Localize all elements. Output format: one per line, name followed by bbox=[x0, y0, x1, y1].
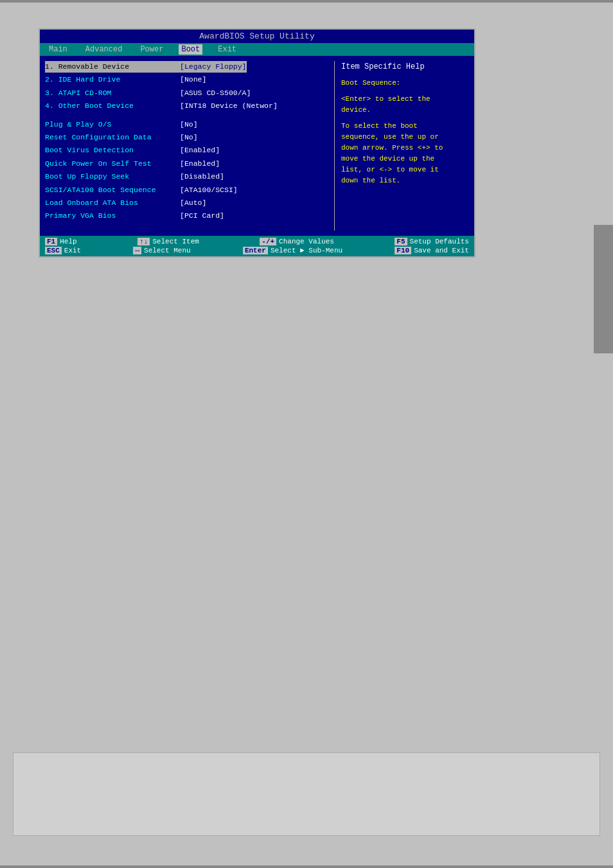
row-label: Quick Power On Self Test bbox=[45, 158, 180, 170]
nav-boot[interactable]: Boot bbox=[179, 44, 202, 55]
key-enter: Enter bbox=[243, 247, 268, 254]
key-esc: ESC bbox=[45, 247, 62, 254]
row-value: [ATA100/SCSI] bbox=[180, 184, 238, 196]
table-row[interactable]: Primary VGA Bios [PCI Card] bbox=[45, 210, 329, 222]
help-line: down arrow. Press <+> to bbox=[341, 143, 469, 154]
desc-select-submenu: Select ► Sub-Menu bbox=[271, 247, 342, 254]
table-row[interactable]: Plug & Play O/S [No] bbox=[45, 119, 329, 130]
table-row[interactable]: 3. ATAPI CD-ROM [ASUS CD-S500/A] bbox=[45, 87, 329, 99]
nav-advanced[interactable]: Advanced bbox=[83, 44, 125, 55]
row-value: [Auto] bbox=[180, 197, 206, 209]
help-line: list, or <-> to move it bbox=[341, 164, 469, 175]
help-title: Item Specific Help bbox=[341, 61, 469, 73]
row-label: SCSI/ATA100 Boot Sequence bbox=[45, 184, 180, 196]
footer-lr-arrow: ↔ Select Menu bbox=[133, 247, 190, 254]
right-sidebar bbox=[594, 225, 613, 353]
row-label: 1. Removable Device bbox=[45, 61, 180, 73]
row-value: [ASUS CD-S500/A] bbox=[180, 87, 251, 99]
footer-esc: ESC Exit bbox=[45, 247, 81, 254]
help-line: sequence, use the up or bbox=[341, 132, 469, 143]
nav-main[interactable]: Main bbox=[46, 44, 70, 55]
bios-title-text: AwardBIOS Setup Utility bbox=[199, 31, 314, 41]
row-label: 2. IDE Hard Drive bbox=[45, 74, 180, 85]
row-value: [Disabled] bbox=[180, 171, 224, 182]
help-line: down the list. bbox=[341, 175, 469, 186]
table-row[interactable]: SCSI/ATA100 Boot Sequence [ATA100/SCSI] bbox=[45, 184, 329, 196]
row-value: [Legacy Floppy] bbox=[180, 61, 247, 73]
bios-help-panel: Item Specific Help Boot Sequence: <Enter… bbox=[334, 61, 469, 231]
table-row[interactable]: Boot Virus Detection [Enabled] bbox=[45, 145, 329, 156]
row-value: [Enabled] bbox=[180, 158, 220, 170]
footer-plusminus: -/+ Change Values bbox=[260, 238, 334, 245]
footer-row-1: F1 Help ↑↓ Select Item -/+ Change Values… bbox=[45, 238, 469, 245]
table-row[interactable]: 2. IDE Hard Drive [None] bbox=[45, 74, 329, 85]
row-value: [No] bbox=[180, 132, 198, 143]
key-lr-arrow: ↔ bbox=[133, 247, 141, 254]
row-value: [None] bbox=[180, 74, 206, 85]
help-line bbox=[341, 116, 469, 121]
help-line bbox=[341, 89, 469, 94]
key-updown: ↑↓ bbox=[138, 238, 150, 245]
bios-main-panel: 1. Removable Device [Legacy Floppy] 2. I… bbox=[45, 61, 334, 231]
key-f5: F5 bbox=[395, 238, 407, 245]
nav-exit[interactable]: Exit bbox=[215, 44, 239, 55]
desc-save-exit: Save and Exit bbox=[414, 247, 469, 254]
nav-power[interactable]: Power bbox=[138, 44, 166, 55]
desc-help: Help bbox=[60, 238, 76, 245]
table-row[interactable]: 4. Other Boot Device [INT18 Device (Netw… bbox=[45, 100, 329, 112]
help-line: Boot Sequence: bbox=[341, 78, 469, 89]
row-label: Boot Up Floppy Seek bbox=[45, 171, 180, 182]
bios-body: 1. Removable Device [Legacy Floppy] 2. I… bbox=[40, 56, 474, 236]
footer-enter: Enter Select ► Sub-Menu bbox=[243, 247, 342, 254]
table-row[interactable]: Load Onboard ATA Bios [Auto] bbox=[45, 197, 329, 209]
row-value: [INT18 Device (Networ] bbox=[180, 100, 278, 112]
bios-footer: F1 Help ↑↓ Select Item -/+ Change Values… bbox=[40, 236, 474, 256]
row-label: 4. Other Boot Device bbox=[45, 100, 180, 112]
table-row[interactable]: 1. Removable Device [Legacy Floppy] bbox=[45, 61, 329, 73]
row-label: 3. ATAPI CD-ROM bbox=[45, 87, 180, 99]
bottom-bar bbox=[0, 865, 613, 868]
bottom-section bbox=[13, 752, 600, 836]
desc-select-menu: Select Menu bbox=[144, 247, 191, 254]
footer-f10: F10 Save and Exit bbox=[395, 247, 469, 254]
help-line: <Enter> to select the bbox=[341, 94, 469, 105]
bios-title: AwardBIOS Setup Utility bbox=[40, 30, 474, 43]
help-line: To select the boot bbox=[341, 121, 469, 132]
table-row[interactable]: Reset Configuration Data [No] bbox=[45, 132, 329, 143]
desc-exit: Exit bbox=[64, 247, 81, 254]
row-label: Reset Configuration Data bbox=[45, 132, 180, 143]
key-f10: F10 bbox=[395, 247, 411, 254]
table-row[interactable]: Quick Power On Self Test [Enabled] bbox=[45, 158, 329, 170]
row-label: Plug & Play O/S bbox=[45, 119, 180, 130]
desc-change-values: Change Values bbox=[279, 238, 334, 245]
desc-setup-defaults: Setup Defaults bbox=[410, 238, 469, 245]
row-label: Primary VGA Bios bbox=[45, 210, 180, 222]
footer-row-2: ESC Exit ↔ Select Menu Enter Select ► Su… bbox=[45, 247, 469, 254]
row-value: [No] bbox=[180, 119, 198, 130]
help-line: move the device up the bbox=[341, 154, 469, 164]
table-row[interactable]: Boot Up Floppy Seek [Disabled] bbox=[45, 171, 329, 182]
row-value: [PCI Card] bbox=[180, 210, 224, 222]
help-line: device. bbox=[341, 105, 469, 116]
bios-nav: Main Advanced Power Boot Exit bbox=[40, 43, 474, 56]
key-plusminus: -/+ bbox=[260, 238, 276, 245]
footer-f5: F5 Setup Defaults bbox=[395, 238, 469, 245]
key-f1: F1 bbox=[45, 238, 57, 245]
row-value: [Enabled] bbox=[180, 145, 220, 156]
desc-select-item: Select Item bbox=[152, 238, 199, 245]
help-content: Boot Sequence: <Enter> to select the dev… bbox=[341, 78, 469, 186]
page-content: AwardBIOS Setup Utility Main Advanced Po… bbox=[0, 3, 613, 283]
bios-container: AwardBIOS Setup Utility Main Advanced Po… bbox=[39, 28, 475, 258]
row-label: Load Onboard ATA Bios bbox=[45, 197, 180, 209]
footer-updown: ↑↓ Select Item bbox=[138, 238, 199, 245]
footer-f1: F1 Help bbox=[45, 238, 77, 245]
row-label: Boot Virus Detection bbox=[45, 145, 180, 156]
